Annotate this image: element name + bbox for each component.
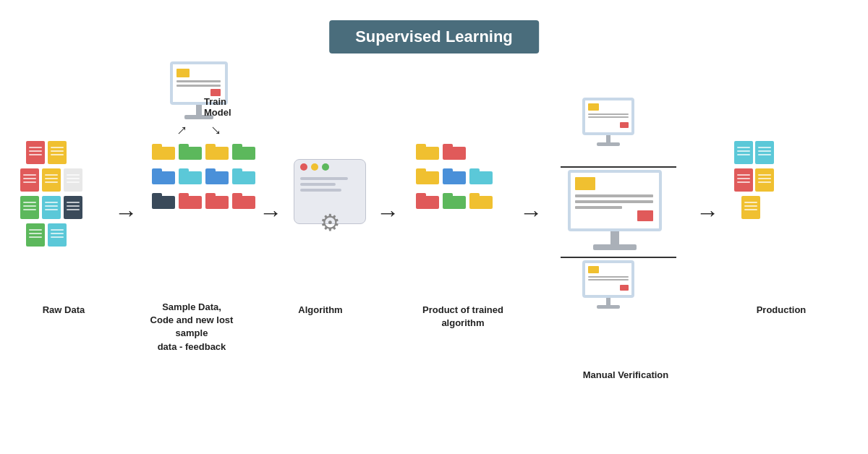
sample-data-label: Sample Data, Code and new lost sample da… [137, 301, 246, 354]
arrow-1: → [114, 201, 137, 224]
sample-data-cluster: Train Model → → [152, 141, 246, 293]
arrow-4: → [519, 201, 542, 224]
algorithm-label: Algorithm [281, 304, 360, 317]
production-cluster [734, 141, 835, 271]
manual-verification-area [561, 98, 691, 314]
algorithm-window: ⚙ [294, 159, 366, 224]
raw-data-label: Raw Data [20, 304, 107, 317]
arrow-5: → [696, 201, 719, 224]
manual-label: Manual Verification [561, 369, 691, 382]
product-label: Product of trained algorithm [412, 304, 514, 330]
page-title: Supervised Learning [329, 20, 539, 53]
raw-data-cluster [20, 141, 107, 286]
train-model-label: Train Model [204, 96, 231, 118]
arrow-2: → [259, 201, 282, 224]
production-label: Production [731, 304, 832, 317]
product-cluster [416, 141, 510, 264]
arrow-3: → [376, 201, 399, 224]
